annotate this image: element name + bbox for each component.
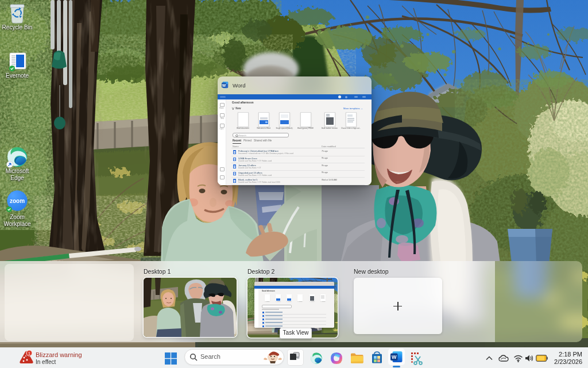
svg-text:zoom: zoom <box>10 198 25 204</box>
svg-text:W: W <box>222 83 226 87</box>
svg-text:1: 1 <box>28 351 30 355</box>
svg-text:W: W <box>392 354 397 360</box>
